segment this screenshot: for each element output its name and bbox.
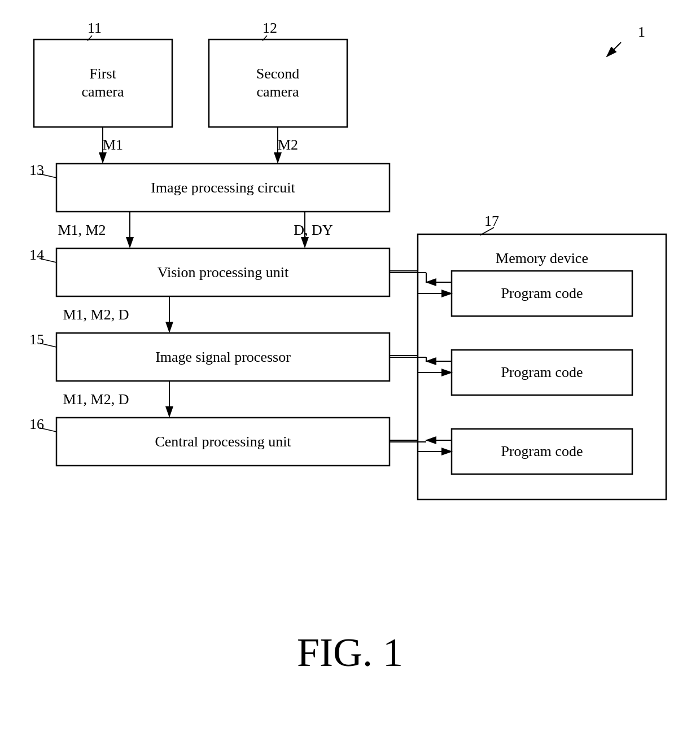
image-signal-ref: 15: [29, 331, 44, 348]
image-signal-label: Image signal processor: [155, 349, 291, 365]
label-m1m2d-2: M1, M2, D: [63, 391, 129, 407]
second-camera-label2: camera: [256, 84, 299, 100]
fig-label: FIG. 1: [297, 630, 403, 675]
memory-device-label: Memory device: [496, 250, 588, 266]
vision-processing-label: Vision processing unit: [158, 264, 289, 281]
label-m1m2d-1: M1, M2, D: [63, 306, 129, 323]
label-m2: M2: [278, 137, 298, 153]
first-camera-ref: 11: [88, 20, 102, 36]
label-ddy: D, DY: [294, 222, 333, 238]
svg-line-2: [607, 42, 621, 56]
program-code-3-label: Program code: [501, 443, 583, 459]
memory-device-ref: 17: [484, 213, 499, 229]
image-processing-label: Image processing circuit: [151, 179, 295, 196]
label-m1m2-left: M1, M2: [58, 222, 106, 238]
first-camera-label: First: [89, 65, 116, 82]
program-code-1-label: Program code: [501, 285, 583, 301]
vision-processing-ref: 14: [29, 247, 44, 263]
second-camera-label: Second: [256, 65, 300, 82]
diagram-container: 1 First camera 11 Second camera 12 M1 M2…: [0, 0, 700, 745]
second-camera-ref: 12: [262, 20, 277, 36]
program-code-2-label: Program code: [501, 364, 583, 380]
central-processing-label: Central processing unit: [155, 433, 291, 450]
first-camera-label2: camera: [81, 84, 124, 100]
central-processing-ref: 16: [29, 416, 44, 432]
image-processing-ref: 13: [29, 162, 44, 178]
label-m1: M1: [103, 137, 123, 153]
ref-1: 1: [638, 24, 645, 40]
